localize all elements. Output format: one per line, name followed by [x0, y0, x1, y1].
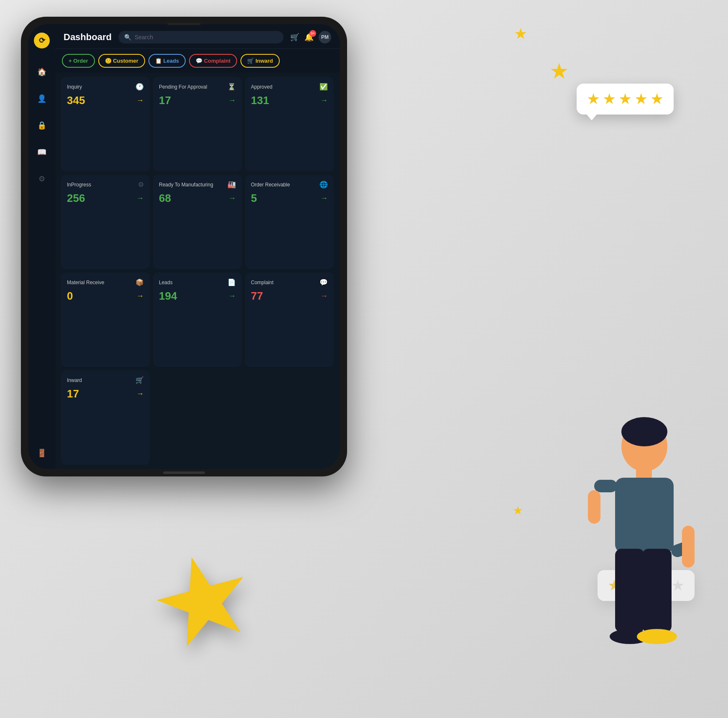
complaint-button[interactable]: 💬 Complaint	[189, 54, 237, 68]
stat-label: InProgress	[67, 182, 91, 188]
stat-value-row: 17 →	[159, 94, 236, 107]
stat-card-leads[interactable]: Leads 📄 194 →	[153, 272, 242, 367]
stat-label: Approved	[251, 84, 272, 90]
sidebar: ⟳ 🏠 👤 🔒 📖 ⚙ 🚪	[28, 24, 55, 469]
stat-icon: ✅	[319, 83, 328, 91]
search-bar[interactable]: 🔍 Search	[118, 31, 284, 43]
deco-star-2: ★	[549, 59, 569, 84]
stat-value-row: 345 →	[67, 94, 144, 107]
svg-point-10	[610, 629, 650, 644]
stat-card-approved[interactable]: Approved ✅ 131 →	[245, 77, 334, 171]
stat-card-complaint[interactable]: Complaint 💬 77 →	[245, 272, 334, 367]
notification-badge: 9+	[309, 30, 316, 37]
deco-star-3: ★	[513, 504, 523, 517]
stat-value-row: 68 →	[159, 192, 236, 205]
svg-rect-6	[669, 539, 695, 559]
quick-actions: + Order 🙂 Customer 📋 Leads 💬 Complaint 🛒…	[55, 49, 340, 73]
stat-arrow: →	[136, 292, 144, 300]
stat-card-pending-for-approval[interactable]: Pending For Approval ⏳ 17 →	[153, 77, 242, 171]
stat-card-order-receivable[interactable]: Order Receivable 🌐 5 →	[245, 175, 334, 269]
stat-card-header: Inquiry 🕐	[67, 83, 144, 91]
sidebar-item-book[interactable]: 📖	[34, 145, 49, 160]
page-title: Dashboard	[64, 32, 112, 43]
star-dim-5: ★	[671, 577, 685, 594]
stat-value: 256	[67, 192, 85, 205]
search-icon: 🔍	[124, 34, 131, 41]
sidebar-item-lock[interactable]: 🔒	[34, 118, 49, 133]
star-dim-3: ★	[639, 577, 653, 594]
stat-label: Inward	[67, 377, 82, 383]
big-star: ★	[135, 520, 271, 679]
scene: ★ ★ ★ ★ ★ ★ ★ ★ ★ ★ ★ ★ ★ ★	[0, 0, 728, 718]
stat-value: 0	[67, 290, 73, 303]
cart-icon[interactable]: 🛒	[290, 33, 299, 42]
stats-grid: Inquiry 🕐 345 → Pending For Approval ⏳ 1…	[55, 73, 340, 469]
stat-value-row: 131 →	[251, 94, 328, 107]
stat-card-inprogress[interactable]: InProgress ⚙ 256 →	[61, 175, 150, 269]
sidebar-item-home[interactable]: 🏠	[34, 64, 49, 79]
stat-arrow: →	[320, 292, 328, 300]
stat-icon: 🕐	[135, 83, 144, 91]
stat-value-row: 0 →	[67, 290, 144, 303]
stat-arrow: →	[320, 194, 328, 203]
stat-arrow: →	[136, 390, 144, 398]
stat-value: 5	[251, 192, 257, 205]
svg-rect-5	[588, 490, 600, 524]
stat-value-row: 194 →	[159, 290, 236, 303]
svg-point-11	[637, 629, 677, 644]
sidebar-item-logout[interactable]: 🚪	[34, 446, 49, 461]
header: Dashboard 🔍 Search 🛒 🔔 9+ PM	[55, 24, 340, 49]
stat-arrow: →	[228, 194, 236, 203]
inward-button[interactable]: 🛒 Inward	[240, 54, 280, 68]
deco-star-1: ★	[514, 25, 527, 43]
star-4: ★	[634, 90, 648, 108]
sidebar-item-settings[interactable]: ⚙	[34, 171, 49, 186]
rating-bubble-bottom: ★ ★ ★ ★ ★	[598, 570, 695, 601]
star-dim-1: ★	[608, 577, 621, 594]
stat-label: Order Receivable	[251, 182, 290, 188]
header-icons: 🛒 🔔 9+ PM	[290, 31, 331, 43]
star-dim-4: ★	[655, 577, 669, 594]
stat-label: Material Receive	[67, 280, 104, 285]
stat-card-header: Material Receive 📦	[67, 278, 144, 286]
stat-arrow: →	[136, 96, 144, 105]
stat-value: 17	[67, 387, 79, 400]
tablet-notch	[163, 471, 205, 474]
bell-icon[interactable]: 🔔 9+	[304, 33, 314, 42]
rating-bubble-top: ★ ★ ★ ★ ★	[577, 84, 674, 115]
stat-card-ready-to-manufacturing[interactable]: Ready To Manufacturing 🏭 68 →	[153, 175, 242, 269]
stat-value: 345	[67, 94, 85, 107]
main-content: Dashboard 🔍 Search 🛒 🔔 9+ PM	[55, 24, 340, 469]
order-button[interactable]: + Order	[62, 54, 95, 68]
stat-value-row: 5 →	[251, 192, 328, 205]
stat-value-row: 17 →	[67, 387, 144, 400]
stat-value-row: 256 →	[67, 192, 144, 205]
stat-card-header: Pending For Approval ⏳	[159, 83, 236, 91]
stat-value-row: 77 →	[251, 290, 328, 303]
stat-value: 17	[159, 94, 171, 107]
stat-card-header: Order Receivable 🌐	[251, 181, 328, 188]
sidebar-item-user[interactable]: 👤	[34, 91, 49, 106]
customer-button[interactable]: 🙂 Customer	[98, 54, 145, 68]
stat-icon: ⏳	[227, 83, 236, 91]
stat-icon: 🏭	[227, 181, 236, 188]
stat-arrow: →	[136, 194, 144, 203]
svg-point-0	[621, 421, 667, 471]
stat-card-inward[interactable]: Inward 🛒 17 →	[61, 370, 150, 465]
avatar[interactable]: PM	[319, 31, 331, 43]
stat-arrow: →	[228, 292, 236, 300]
stat-card-material-receive[interactable]: Material Receive 📦 0 →	[61, 272, 150, 367]
tablet-frame: ⟳ 🏠 👤 🔒 📖 ⚙ 🚪 Dashboard 🔍 Search	[21, 17, 347, 476]
svg-rect-3	[615, 478, 674, 553]
stat-value: 194	[159, 290, 177, 303]
search-placeholder: Search	[135, 34, 153, 41]
stat-label: Leads	[159, 280, 173, 285]
leads-button[interactable]: 📋 Leads	[148, 54, 186, 68]
tablet-camera	[167, 23, 201, 25]
stat-card-header: Leads 📄	[159, 278, 236, 286]
stat-card-inquiry[interactable]: Inquiry 🕐 345 →	[61, 77, 150, 171]
star-5: ★	[650, 90, 664, 108]
star-3: ★	[618, 90, 632, 108]
tablet-screen: ⟳ 🏠 👤 🔒 📖 ⚙ 🚪 Dashboard 🔍 Search	[28, 24, 340, 469]
stat-icon: 📦	[135, 278, 144, 286]
